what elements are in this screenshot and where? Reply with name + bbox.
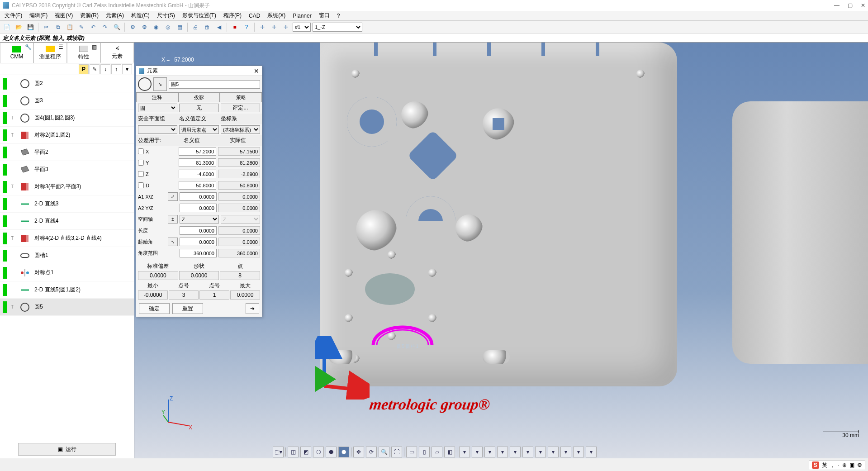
nom-Y-input[interactable] — [179, 158, 216, 167]
angle-btn-icon[interactable]: ⤢ — [168, 192, 178, 201]
element-row[interactable]: T 对称3(平面2,平面3) — [0, 178, 134, 195]
nom-Z-input[interactable] — [179, 170, 216, 178]
element-row[interactable]: T 对称2(圆1,圆2) — [0, 127, 134, 144]
menu-program[interactable]: 程序(P) — [221, 11, 244, 20]
tol-check-X[interactable]: X — [138, 148, 165, 154]
tab-projection[interactable]: 投影 — [178, 92, 220, 102]
startangle-btn-icon[interactable]: ⤡ — [168, 238, 178, 246]
nom-A1 X/Z-input[interactable] — [180, 192, 217, 201]
tb-gear1-icon[interactable]: ⚙ — [128, 22, 138, 32]
element-row[interactable]: 平面2 — [0, 144, 134, 161]
vb-wire-icon[interactable]: ⬡ — [313, 447, 324, 457]
element-row[interactable]: 对称点1 — [0, 264, 134, 281]
eval-button[interactable]: 评定... — [221, 104, 260, 112]
tb-print-icon[interactable]: 🖨 — [190, 22, 200, 32]
tb-copy-icon[interactable]: ⧉ — [53, 22, 63, 32]
toolbar-select-a[interactable]: #1 — [293, 23, 311, 32]
vb-iso2-icon[interactable]: ◩ — [300, 447, 311, 457]
vb-a-icon[interactable]: ▾ — [459, 447, 470, 457]
tb-help-icon[interactable]: ? — [242, 22, 251, 32]
menu-element[interactable]: 元素(A) — [103, 11, 127, 20]
vb-h-icon[interactable]: ▾ — [548, 447, 559, 457]
vb-pan-icon[interactable]: ✥ — [353, 447, 364, 457]
element-row[interactable]: 平面3 — [0, 161, 134, 178]
vb-k-icon[interactable]: ▾ — [586, 447, 597, 457]
tb-undo-icon[interactable]: ↶ — [88, 22, 98, 32]
ime-i3[interactable]: ▣ — [849, 462, 854, 468]
ime-i2[interactable]: ⊕ — [842, 462, 847, 468]
tb-probe1-icon[interactable]: ◉ — [151, 22, 161, 32]
vb-c-icon[interactable]: ▾ — [484, 447, 495, 457]
reset-button[interactable]: 重置 — [172, 303, 203, 314]
vb-b-icon[interactable]: ▾ — [472, 447, 483, 457]
tb-redo-icon[interactable]: ↷ — [100, 22, 110, 32]
element-row[interactable]: 2-D 直线3 — [0, 195, 134, 213]
mini-menu-icon[interactable]: ▾ — [122, 64, 132, 74]
tol-check-Z[interactable]: Z — [138, 171, 165, 177]
tb-new-icon[interactable]: 📄 — [2, 22, 12, 32]
vb-i-icon[interactable]: ▾ — [560, 447, 571, 457]
element-row[interactable]: 圆2 — [0, 75, 134, 92]
tb-save-icon[interactable]: 💾 — [25, 22, 35, 32]
tb-find-icon[interactable]: 🔍 — [112, 22, 122, 32]
vb-zoom-icon[interactable]: 🔍 — [379, 447, 389, 457]
nom-A2 Y/Z-input[interactable] — [180, 204, 217, 212]
menu-view[interactable]: 视图(V) — [52, 11, 76, 20]
element-row[interactable]: 2-D 直线5(圆1,圆2) — [0, 281, 134, 299]
tol-check-Y[interactable]: Y — [138, 160, 165, 166]
element-row[interactable]: 圆3 — [0, 92, 134, 109]
sidebar-tab-elem[interactable]: ᗕ元素 — [100, 43, 134, 63]
tb-gear2-icon[interactable]: ⚙ — [139, 22, 149, 32]
run-button[interactable]: ▣运行 — [18, 443, 116, 456]
nom-D-input[interactable] — [179, 181, 216, 190]
tb-stop-icon[interactable]: ■ — [230, 22, 240, 32]
maximize-button[interactable]: ▢ — [848, 2, 853, 9]
element-row[interactable]: 2-D 直线4 — [0, 213, 134, 230]
tb-report-icon[interactable]: ▤ — [175, 22, 185, 32]
vb-g-icon[interactable]: ▾ — [535, 447, 546, 457]
ime-lang[interactable]: 英 — [822, 461, 827, 469]
menu-file[interactable]: 文件(F) — [2, 11, 25, 20]
len-nom-input[interactable] — [180, 226, 217, 235]
tb-edit-icon[interactable]: ✎ — [76, 22, 86, 32]
axis-sign-button[interactable]: ± — [168, 215, 178, 224]
vb-shade-icon[interactable]: ⬢ — [326, 447, 337, 457]
ime-mic-icon[interactable]: · — [838, 462, 840, 468]
element-name-input[interactable] — [169, 80, 260, 89]
shape-select[interactable]: 圆 — [138, 104, 177, 112]
minimize-button[interactable]: — — [834, 2, 840, 9]
vb-iso1-icon[interactable]: ◫ — [288, 447, 299, 457]
element-row[interactable]: T 圆4(圆1,圆2,圆3) — [0, 109, 134, 127]
vb-j-icon[interactable]: ▾ — [573, 447, 584, 457]
sogou-icon[interactable]: S — [812, 461, 819, 469]
menu-resource[interactable]: 资源(R) — [77, 11, 101, 20]
sidebar-tab-char[interactable]: ▥特性 — [67, 43, 100, 63]
vb-sel-icon[interactable]: ⬚▾ — [273, 447, 284, 457]
mini-p-button[interactable]: P — [79, 64, 89, 74]
menu-formpos[interactable]: 形状与位置(T) — [180, 11, 219, 20]
tb-open-icon[interactable]: 📂 — [14, 22, 24, 32]
mini-down-icon[interactable]: ↓ — [100, 64, 110, 74]
nominaldef-select[interactable]: 调用元素点 — [179, 125, 218, 134]
ime-gear-icon[interactable]: ⚙ — [857, 462, 862, 468]
tb-delete-icon[interactable]: 🗑 — [202, 22, 212, 32]
probe-dir-icon[interactable]: ➘ — [153, 77, 167, 91]
start-nom-input[interactable] — [180, 238, 217, 246]
menu-help[interactable]: ? — [334, 12, 343, 20]
sidebar-tab-cmm[interactable]: 🔧CMM — [0, 43, 33, 63]
cs-select[interactable]: (基础坐标系) — [221, 125, 260, 134]
dialog-close-button[interactable]: ✕ — [254, 67, 259, 75]
menu-edit[interactable]: 编辑(E) — [27, 11, 50, 20]
tb-back-icon[interactable]: ◀ — [214, 22, 224, 32]
nom-X-input[interactable] — [179, 147, 216, 156]
element-list[interactable]: 圆2 圆3 T 圆4(圆1,圆2,圆3) T 对称2(圆1,圆2) 平面2 平面… — [0, 75, 134, 440]
menu-cad[interactable]: CAD — [246, 12, 263, 20]
element-row[interactable]: T 对称4(2-D 直线3,2-D 直线4) — [0, 230, 134, 247]
menu-dimension[interactable]: 尺寸(S) — [154, 11, 178, 20]
mini-pen-icon[interactable]: ✎ — [90, 64, 100, 74]
apply-arrow-button[interactable]: ➔ — [246, 303, 259, 314]
menu-window[interactable]: 窗口 — [316, 11, 332, 20]
sidebar-tab-prog[interactable]: ☰测量程序 — [33, 43, 67, 63]
vb-d-icon[interactable]: ▾ — [497, 447, 508, 457]
tb-paste-icon[interactable]: 📋 — [65, 22, 75, 32]
